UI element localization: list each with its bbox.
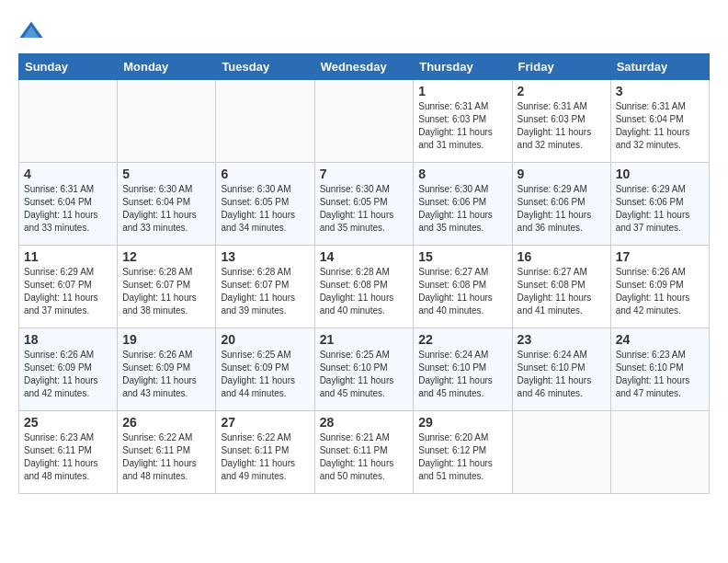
day-number: 20 <box>221 332 309 347</box>
day-info-line: Sunrise: 6:23 AM <box>616 349 704 362</box>
weekday-header-monday: Monday <box>118 54 216 80</box>
day-info-line: Daylight: 11 hours and 40 minutes. <box>418 292 506 317</box>
day-number: 22 <box>418 332 506 347</box>
day-number: 26 <box>122 415 210 430</box>
day-info-line: Sunset: 6:06 PM <box>518 196 606 209</box>
day-info-line: Sunset: 6:04 PM <box>616 113 704 126</box>
day-info-line: Sunset: 6:10 PM <box>616 362 704 374</box>
day-info-line: Sunset: 6:08 PM <box>518 279 606 292</box>
day-info-line: Sunset: 6:10 PM <box>518 362 606 374</box>
day-number: 1 <box>418 84 506 98</box>
day-info-line: Daylight: 11 hours and 38 minutes. <box>122 292 210 317</box>
calendar-cell: 28Sunrise: 6:21 AMSunset: 6:11 PMDayligh… <box>314 411 414 494</box>
day-info-line: Sunrise: 6:23 AM <box>24 431 112 444</box>
day-number: 14 <box>320 249 409 264</box>
day-number: 25 <box>24 415 112 430</box>
day-number: 21 <box>320 332 409 347</box>
calendar-cell: 17Sunrise: 6:26 AMSunset: 6:09 PMDayligh… <box>610 246 709 328</box>
day-info-line: Sunset: 6:11 PM <box>24 444 112 457</box>
day-info-line: Sunset: 6:10 PM <box>320 362 409 374</box>
day-number: 5 <box>122 167 210 181</box>
day-info-line: Sunset: 6:04 PM <box>24 196 112 209</box>
day-info-line: Sunset: 6:08 PM <box>418 279 506 292</box>
day-info-line: Sunrise: 6:31 AM <box>24 183 112 196</box>
day-info-line: Daylight: 11 hours and 33 minutes. <box>122 209 210 235</box>
header <box>18 18 710 44</box>
calendar-cell <box>118 80 216 163</box>
day-number: 8 <box>418 167 506 181</box>
day-info-line: Sunrise: 6:30 AM <box>122 183 210 196</box>
day-info-line: Sunrise: 6:29 AM <box>616 183 704 196</box>
calendar-week-3: 11Sunrise: 6:29 AMSunset: 6:07 PMDayligh… <box>19 246 710 328</box>
calendar-cell: 25Sunrise: 6:23 AMSunset: 6:11 PMDayligh… <box>19 411 118 494</box>
day-number: 16 <box>518 249 606 264</box>
day-number: 18 <box>24 332 112 347</box>
calendar-cell <box>610 411 709 494</box>
calendar-cell: 19Sunrise: 6:26 AMSunset: 6:09 PMDayligh… <box>118 328 216 411</box>
day-info-line: Sunset: 6:07 PM <box>221 279 309 292</box>
day-info-line: Sunrise: 6:31 AM <box>518 100 606 113</box>
day-info-line: Sunrise: 6:28 AM <box>122 266 210 279</box>
calendar-week-1: 1Sunrise: 6:31 AMSunset: 6:03 PMDaylight… <box>19 80 710 163</box>
calendar-cell: 23Sunrise: 6:24 AMSunset: 6:10 PMDayligh… <box>512 328 610 411</box>
weekday-header-wednesday: Wednesday <box>314 54 414 80</box>
day-info-line: Daylight: 11 hours and 37 minutes. <box>24 292 112 317</box>
day-info-line: Sunrise: 6:31 AM <box>616 100 704 113</box>
calendar-cell: 27Sunrise: 6:22 AMSunset: 6:11 PMDayligh… <box>216 411 314 494</box>
day-info-line: Sunrise: 6:26 AM <box>616 266 704 279</box>
calendar-cell: 7Sunrise: 6:30 AMSunset: 6:05 PMDaylight… <box>314 163 414 246</box>
day-info-line: Sunset: 6:05 PM <box>221 196 309 209</box>
day-info-line: Sunset: 6:09 PM <box>24 362 112 374</box>
weekday-header-tuesday: Tuesday <box>216 54 314 80</box>
weekday-header-saturday: Saturday <box>610 54 709 80</box>
day-info-line: Sunrise: 6:27 AM <box>518 266 606 279</box>
day-info-line: Sunset: 6:04 PM <box>122 196 210 209</box>
day-info-line: Daylight: 11 hours and 45 minutes. <box>418 374 506 400</box>
calendar-cell: 22Sunrise: 6:24 AMSunset: 6:10 PMDayligh… <box>414 328 512 411</box>
day-info-line: Sunset: 6:11 PM <box>221 444 309 457</box>
day-info-line: Sunset: 6:09 PM <box>221 362 309 374</box>
calendar-cell: 8Sunrise: 6:30 AMSunset: 6:06 PMDaylight… <box>414 163 512 246</box>
calendar-cell: 5Sunrise: 6:30 AMSunset: 6:04 PMDaylight… <box>118 163 216 246</box>
day-number: 15 <box>418 249 506 264</box>
calendar-cell: 26Sunrise: 6:22 AMSunset: 6:11 PMDayligh… <box>118 411 216 494</box>
day-info-line: Sunrise: 6:30 AM <box>320 183 409 196</box>
day-number: 10 <box>616 167 704 181</box>
calendar-week-4: 18Sunrise: 6:26 AMSunset: 6:09 PMDayligh… <box>19 328 710 411</box>
calendar-cell: 9Sunrise: 6:29 AMSunset: 6:06 PMDaylight… <box>512 163 610 246</box>
day-number: 13 <box>221 249 309 264</box>
calendar-cell: 3Sunrise: 6:31 AMSunset: 6:04 PMDaylight… <box>610 80 709 163</box>
calendar-cell: 18Sunrise: 6:26 AMSunset: 6:09 PMDayligh… <box>19 328 118 411</box>
day-info-line: Sunrise: 6:31 AM <box>418 100 506 113</box>
day-number: 9 <box>518 167 606 181</box>
day-info-line: Sunrise: 6:26 AM <box>122 349 210 362</box>
day-info-line: Sunrise: 6:30 AM <box>418 183 506 196</box>
day-number: 27 <box>221 415 309 430</box>
calendar-cell: 12Sunrise: 6:28 AMSunset: 6:07 PMDayligh… <box>118 246 216 328</box>
day-info-line: Sunrise: 6:22 AM <box>221 431 309 444</box>
day-info-line: Daylight: 11 hours and 47 minutes. <box>616 374 704 400</box>
calendar-cell: 24Sunrise: 6:23 AMSunset: 6:10 PMDayligh… <box>610 328 709 411</box>
day-info-line: Daylight: 11 hours and 44 minutes. <box>221 374 309 400</box>
calendar-cell: 20Sunrise: 6:25 AMSunset: 6:09 PMDayligh… <box>216 328 314 411</box>
calendar-cell: 10Sunrise: 6:29 AMSunset: 6:06 PMDayligh… <box>610 163 709 246</box>
day-info-line: Daylight: 11 hours and 49 minutes. <box>221 457 309 483</box>
day-number: 29 <box>418 415 506 430</box>
calendar-cell: 1Sunrise: 6:31 AMSunset: 6:03 PMDaylight… <box>414 80 512 163</box>
day-info-line: Sunrise: 6:28 AM <box>320 266 409 279</box>
logo <box>18 18 50 44</box>
day-info-line: Daylight: 11 hours and 39 minutes. <box>221 292 309 317</box>
day-info-line: Daylight: 11 hours and 37 minutes. <box>616 209 704 235</box>
day-info-line: Sunrise: 6:24 AM <box>518 349 606 362</box>
day-info-line: Sunset: 6:05 PM <box>320 196 409 209</box>
day-info-line: Sunrise: 6:29 AM <box>518 183 606 196</box>
day-info-line: Sunrise: 6:27 AM <box>418 266 506 279</box>
day-info-line: Sunset: 6:08 PM <box>320 279 409 292</box>
calendar-cell <box>512 411 610 494</box>
day-info-line: Sunset: 6:11 PM <box>122 444 210 457</box>
calendar: SundayMondayTuesdayWednesdayThursdayFrid… <box>18 53 710 494</box>
day-info-line: Sunset: 6:03 PM <box>418 113 506 126</box>
day-info-line: Daylight: 11 hours and 45 minutes. <box>320 374 409 400</box>
calendar-cell: 13Sunrise: 6:28 AMSunset: 6:07 PMDayligh… <box>216 246 314 328</box>
day-info-line: Sunrise: 6:25 AM <box>320 349 409 362</box>
